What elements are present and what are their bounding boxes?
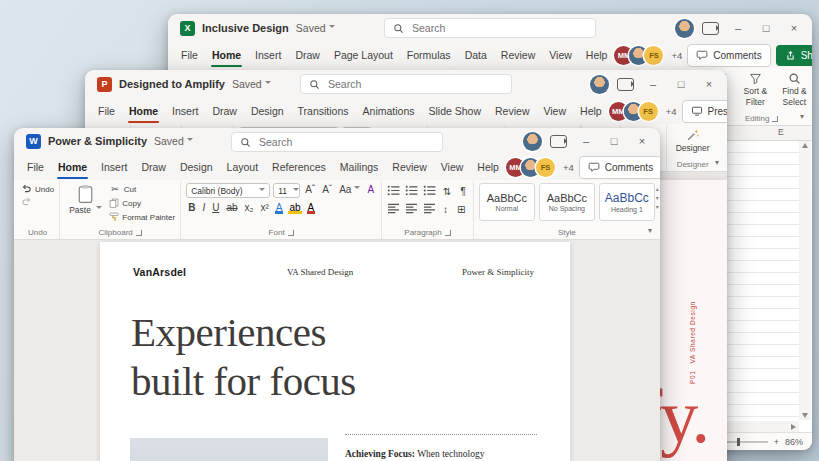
comments-button[interactable]: Comments — [687, 44, 770, 67]
word-tab[interactable]: References — [265, 154, 333, 180]
excel-tab[interactable]: Formulas — [400, 42, 458, 68]
meet-now-icon[interactable] — [613, 74, 637, 94]
scroll-up-icon[interactable] — [802, 143, 808, 148]
borders-icon[interactable]: ⊞ — [455, 203, 467, 217]
font-color-button[interactable]: A — [306, 201, 317, 214]
word-tab[interactable]: View — [434, 154, 471, 180]
collaborator-avatar-fs[interactable]: FS — [639, 102, 658, 121]
sort-filter-button[interactable]: Sort &Filter — [740, 71, 772, 109]
subscript-button[interactable]: x₂ — [243, 201, 256, 215]
share-button[interactable]: Share — [776, 45, 812, 66]
word-tab[interactable]: File — [20, 154, 51, 180]
powerpoint-tab[interactable]: Draw — [205, 98, 244, 124]
powerpoint-tab[interactable]: Design — [244, 98, 291, 124]
excel-tab[interactable]: View — [542, 42, 579, 68]
word-tab[interactable]: Home — [51, 154, 94, 180]
present-button[interactable]: Present — [682, 100, 728, 123]
excel-tab[interactable]: Draw — [288, 42, 327, 68]
powerpoint-tab[interactable]: View — [536, 98, 573, 124]
close-icon[interactable]: × — [697, 74, 721, 94]
strikethrough-button[interactable]: ab — [224, 201, 239, 215]
multilevel-list-icon[interactable] — [423, 185, 436, 196]
align-center-icon[interactable] — [405, 203, 418, 214]
collaborator-overflow-count[interactable]: +4 — [671, 50, 682, 61]
excel-search-box[interactable] — [384, 18, 596, 38]
collapse-ribbon-icon[interactable]: ▾ — [715, 158, 719, 167]
word-tab[interactable]: Design — [173, 154, 220, 180]
bold-button[interactable]: B — [186, 201, 197, 215]
designer-button[interactable]: Designer — [672, 127, 714, 154]
powerpoint-tab[interactable]: Home — [122, 98, 165, 124]
redo-button[interactable] — [21, 196, 54, 208]
line-spacing-icon[interactable]: ↕ — [441, 203, 450, 217]
style-gallery-scroll[interactable]: ▴▾▾ — [654, 183, 660, 212]
maximize-icon[interactable]: □ — [754, 18, 778, 38]
word-search-box[interactable] — [231, 132, 443, 152]
zoom-level[interactable]: 86% — [785, 437, 803, 447]
font-size-select[interactable]: 11 — [273, 183, 300, 198]
powerpoint-saved-status[interactable]: Saved — [232, 78, 271, 90]
minimize-icon[interactable]: – — [726, 18, 750, 38]
align-right-icon[interactable] — [423, 203, 436, 214]
excel-tab[interactable]: Data — [458, 42, 494, 68]
column-header-e[interactable]: E — [778, 127, 784, 137]
undo-button[interactable]: Undo — [21, 183, 54, 195]
powerpoint-search-input[interactable] — [326, 77, 503, 91]
word-page[interactable]: VanArsdel VA Shared Design Power & Simpl… — [100, 242, 570, 461]
powerpoint-search-box[interactable] — [300, 74, 512, 94]
scroll-down-icon[interactable] — [802, 413, 808, 418]
cut-button[interactable]: ✂Cut — [109, 183, 175, 195]
collaborator-avatar-fs[interactable]: FS — [536, 158, 555, 177]
style-card[interactable]: AaBbCc Normal — [479, 183, 535, 221]
italic-button[interactable]: I — [200, 201, 207, 215]
word-tab[interactable]: Mailings — [333, 154, 386, 180]
minimize-icon[interactable]: – — [641, 74, 665, 94]
bullets-icon[interactable] — [387, 185, 400, 196]
shrink-font-button[interactable]: Aˇ — [320, 183, 334, 197]
excel-tab[interactable]: Help — [579, 42, 615, 68]
powerpoint-slide[interactable]: P01 VA Shared Design fy. — [653, 180, 727, 461]
format-painter-button[interactable]: Format Painter — [109, 211, 175, 223]
paste-button[interactable]: Paste — [65, 183, 106, 216]
collapse-ribbon-icon[interactable]: ▾ — [800, 112, 804, 121]
word-tab[interactable]: Insert — [94, 154, 134, 180]
excel-user-avatar[interactable] — [675, 19, 694, 38]
word-tab[interactable]: Review — [385, 154, 433, 180]
pilcrow-icon[interactable]: ¶ — [458, 185, 467, 199]
excel-tab[interactable]: Home — [205, 42, 248, 68]
text-highlight-button[interactable]: ab — [287, 201, 302, 214]
powerpoint-user-avatar[interactable] — [590, 75, 609, 94]
collaborator-avatar-fs[interactable]: FS — [644, 46, 663, 65]
powerpoint-tab[interactable]: Review — [488, 98, 536, 124]
word-saved-status[interactable]: Saved — [154, 135, 193, 147]
copy-button[interactable]: Copy — [109, 197, 175, 209]
vertical-scrollbar[interactable] — [799, 141, 811, 420]
powerpoint-tab[interactable]: Help — [573, 98, 609, 124]
word-tab[interactable]: Layout — [220, 154, 266, 180]
style-card[interactable]: AaBbCc No Spacing — [539, 183, 595, 221]
font-name-select[interactable]: Calibri (Body) — [186, 183, 270, 198]
excel-tab[interactable]: Page Layout — [327, 42, 400, 68]
meet-now-icon[interactable] — [698, 18, 722, 38]
underline-button[interactable]: U — [210, 201, 221, 215]
align-left-icon[interactable] — [387, 203, 400, 214]
superscript-button[interactable]: x² — [258, 201, 270, 215]
grow-font-button[interactable]: Aˆ — [303, 183, 317, 197]
excel-tab[interactable]: File — [174, 42, 205, 68]
numbering-icon[interactable] — [405, 185, 418, 196]
close-icon[interactable]: × — [630, 131, 654, 151]
word-tab[interactable]: Draw — [134, 154, 173, 180]
find-select-button[interactable]: Find &Select — [778, 71, 811, 109]
collaborator-overflow-count[interactable]: +4 — [666, 106, 677, 117]
powerpoint-tab[interactable]: Slide Show — [422, 98, 489, 124]
meet-now-icon[interactable] — [546, 131, 570, 151]
powerpoint-tab[interactable]: File — [91, 98, 122, 124]
word-user-avatar[interactable] — [523, 132, 542, 151]
change-case-button[interactable]: Aa — [337, 183, 362, 197]
word-tab[interactable]: Help — [470, 154, 506, 180]
word-document-area[interactable]: VanArsdel VA Shared Design Power & Simpl… — [14, 240, 660, 461]
excel-tab[interactable]: Review — [494, 42, 542, 68]
comments-button[interactable]: Comments — [579, 156, 660, 179]
powerpoint-tab[interactable]: Transitions — [291, 98, 356, 124]
maximize-icon[interactable]: □ — [602, 131, 626, 151]
